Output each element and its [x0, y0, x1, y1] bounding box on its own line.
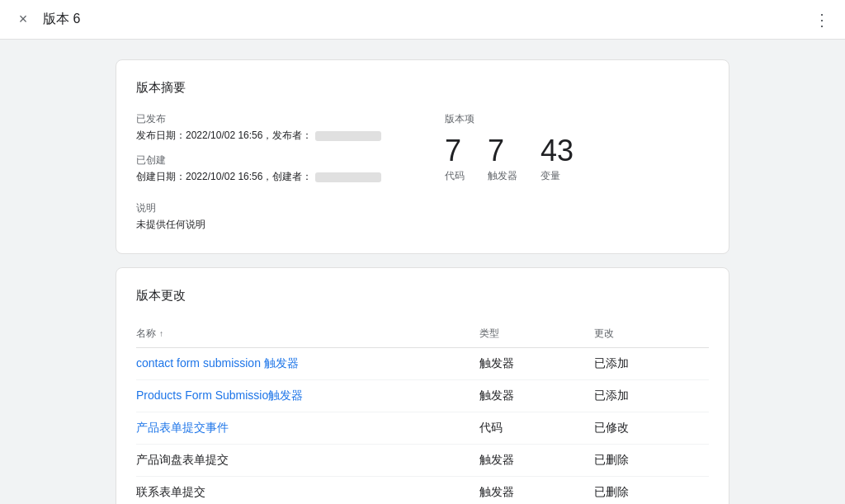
- stat-variable: 43 变量: [541, 136, 574, 183]
- row-name-link[interactable]: 产品表单提交事件: [136, 421, 229, 434]
- stat-trigger-label: 触发器: [488, 169, 517, 183]
- table-row: 产品表单提交事件代码已修改: [136, 412, 709, 444]
- summary-left: 已发布 发布日期：2022/10/02 16:56，发布者： 已创建 创建日期：…: [136, 112, 445, 233]
- stat-variable-label: 变量: [541, 169, 560, 183]
- changes-card-title: 版本更改: [136, 288, 709, 304]
- table-cell-change: 已修改: [594, 412, 709, 444]
- row-name-link[interactable]: contact form submission 触发器: [136, 356, 299, 370]
- table-row: 产品询盘表单提交触发器已删除: [136, 444, 709, 476]
- stat-trigger: 7 触发器: [488, 136, 517, 183]
- table-cell-change: 已删除: [594, 476, 709, 504]
- col-header-type: 类型: [479, 320, 594, 348]
- created-author-blurred: [315, 172, 381, 182]
- summary-card-title: 版本摘要: [136, 80, 709, 96]
- sort-icon: ↑: [159, 329, 163, 338]
- description-label: 说明: [136, 201, 445, 215]
- version-items-label: 版本项: [445, 112, 709, 126]
- published-label: 已发布: [136, 112, 445, 126]
- summary-grid: 已发布 发布日期：2022/10/02 16:56，发布者： 已创建 创建日期：…: [136, 112, 709, 233]
- changes-table-head: 名称 ↑ 类型 更改: [136, 320, 709, 348]
- table-cell-type: 代码: [479, 412, 594, 444]
- published-date: 发布日期：2022/10/02 16:56，发布者：: [136, 128, 445, 144]
- stat-variable-number: 43: [541, 136, 574, 166]
- changes-table-header-row: 名称 ↑ 类型 更改: [136, 320, 709, 348]
- published-section: 已发布 发布日期：2022/10/02 16:56，发布者：: [136, 112, 445, 144]
- row-name-link[interactable]: Products Form Submissio触发器: [136, 389, 303, 402]
- more-icon[interactable]: ⋮: [812, 10, 832, 30]
- table-row: Products Form Submissio触发器触发器已添加: [136, 379, 709, 412]
- table-cell-change: 已添加: [594, 347, 709, 379]
- main-content: 版本摘要 已发布 发布日期：2022/10/02 16:56，发布者： 已创建 …: [0, 40, 845, 504]
- created-date: 创建日期：2022/10/02 16:56，创建者：: [136, 169, 445, 185]
- created-section: 已创建 创建日期：2022/10/02 16:56，创建者：: [136, 153, 445, 185]
- version-stats: 7 代码 7 触发器 43 变量: [445, 136, 709, 183]
- description-value: 未提供任何说明: [136, 217, 445, 233]
- table-cell-name[interactable]: Products Form Submissio触发器: [136, 379, 479, 412]
- table-row: 联系表单提交触发器已删除: [136, 476, 709, 504]
- created-label: 已创建: [136, 153, 445, 167]
- table-row: contact form submission 触发器触发器已添加: [136, 347, 709, 379]
- table-cell-change: 已删除: [594, 444, 709, 476]
- top-bar-left: × 版本 6: [13, 10, 80, 30]
- table-cell-name: 产品询盘表单提交: [136, 444, 479, 476]
- page-title: 版本 6: [43, 11, 80, 28]
- top-bar: × 版本 6 ⋮: [0, 0, 845, 40]
- published-author-blurred: [315, 131, 381, 141]
- close-icon[interactable]: ×: [13, 10, 33, 30]
- stat-trigger-number: 7: [488, 136, 504, 166]
- summary-card: 版本摘要 已发布 发布日期：2022/10/02 16:56，发布者： 已创建 …: [116, 59, 729, 254]
- table-cell-type: 触发器: [479, 444, 594, 476]
- table-cell-type: 触发器: [479, 379, 594, 412]
- table-cell-change: 已添加: [594, 379, 709, 412]
- table-cell-type: 触发器: [479, 347, 594, 379]
- description-section: 说明 未提供任何说明: [136, 201, 445, 233]
- table-cell-name[interactable]: contact form submission 触发器: [136, 347, 479, 379]
- changes-table: 名称 ↑ 类型 更改 contact form submission 触发器触发…: [136, 320, 709, 504]
- changes-table-body: contact form submission 触发器触发器已添加Product…: [136, 347, 709, 504]
- stat-code-number: 7: [445, 136, 461, 166]
- col-header-change: 更改: [594, 320, 709, 348]
- stat-code-label: 代码: [445, 169, 465, 183]
- stat-code: 7 代码: [445, 136, 465, 183]
- table-cell-type: 触发器: [479, 476, 594, 504]
- table-cell-name: 联系表单提交: [136, 476, 479, 504]
- table-cell-name[interactable]: 产品表单提交事件: [136, 412, 479, 444]
- summary-right: 版本项 7 代码 7 触发器 43 变量: [445, 112, 709, 233]
- col-header-name: 名称 ↑: [136, 320, 479, 348]
- changes-card: 版本更改 名称 ↑ 类型 更改 contact form submission …: [116, 267, 729, 504]
